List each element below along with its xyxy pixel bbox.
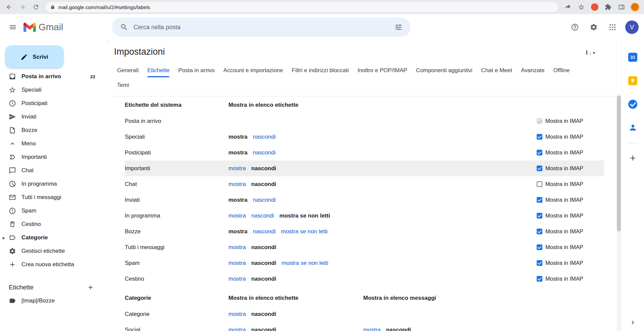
side-panel-icon[interactable] bbox=[616, 1, 627, 13]
visibility-option[interactable]: mostra bbox=[228, 212, 246, 219]
visibility-option[interactable]: nascondi bbox=[251, 260, 276, 267]
account-avatar[interactable]: V bbox=[625, 20, 639, 34]
imap-checkbox[interactable] bbox=[537, 213, 542, 219]
tab-offline[interactable]: Offline bbox=[549, 63, 574, 78]
visibility-option[interactable]: nascondi bbox=[253, 134, 276, 140]
visibility-option[interactable]: nascondi bbox=[251, 311, 276, 318]
tab-chat-e-meet[interactable]: Chat e Meet bbox=[477, 63, 517, 78]
visibility-option[interactable]: mostra bbox=[228, 260, 246, 267]
compose-button[interactable]: Scrivi bbox=[5, 45, 64, 68]
add-addon-icon[interactable]: + bbox=[626, 151, 640, 165]
imap-checkbox[interactable] bbox=[537, 134, 542, 140]
visibility-option[interactable]: nascondi bbox=[251, 276, 276, 282]
visibility-option[interactable]: mostra bbox=[228, 228, 248, 235]
visibility-option[interactable]: nascondi bbox=[253, 149, 276, 156]
tab-inoltro-e-pop-imap[interactable]: Inoltro e POP/IMAP bbox=[353, 63, 412, 78]
visibility-option[interactable]: mostra bbox=[228, 327, 246, 331]
sidebar-item-spam[interactable]: Spam bbox=[0, 204, 101, 218]
sidebar-item-cestino[interactable]: Cestino bbox=[0, 218, 101, 231]
collapse-panel-chevron-icon[interactable]: › bbox=[631, 318, 634, 326]
imap-checkbox[interactable] bbox=[537, 229, 542, 234]
bookmark-star-icon[interactable] bbox=[576, 1, 587, 13]
search-bar[interactable] bbox=[112, 17, 411, 37]
visibility-option[interactable]: mostra se non letti bbox=[282, 260, 328, 267]
tab-componenti-aggiuntivi[interactable]: Componenti aggiuntivi bbox=[412, 63, 477, 78]
imap-checkbox[interactable] bbox=[537, 244, 542, 250]
sidebar-item-speciali[interactable]: Speciali bbox=[0, 83, 101, 97]
visibility-option[interactable]: mostra bbox=[228, 149, 248, 156]
tab-account-e-importazione[interactable]: Account e importazione bbox=[219, 63, 287, 78]
visibility-option[interactable]: nascondi bbox=[251, 181, 276, 188]
calendar-icon[interactable]: 31 bbox=[626, 50, 640, 64]
visibility-option[interactable]: mostra bbox=[228, 197, 248, 203]
tab-posta-in-arrivo[interactable]: Posta in arrivo bbox=[174, 63, 219, 78]
search-icon[interactable] bbox=[116, 19, 132, 35]
visibility-option[interactable]: nascondi bbox=[251, 212, 274, 219]
visibility-option[interactable]: nascondi bbox=[251, 165, 276, 172]
sidebar-item-bozze[interactable]: Bozze bbox=[0, 124, 101, 137]
sidebar-item-categorie[interactable]: ▸ Categorie bbox=[0, 231, 101, 244]
imap-checkbox[interactable] bbox=[537, 260, 542, 266]
visibility-option[interactable]: mostra bbox=[228, 311, 246, 318]
visibility-option[interactable]: nascondi bbox=[253, 197, 276, 203]
input-tools-control[interactable]: I ↓ ▾ bbox=[586, 49, 595, 56]
puzzle-extensions-icon[interactable] bbox=[602, 1, 614, 13]
keep-icon[interactable] bbox=[626, 74, 640, 87]
reload-button[interactable] bbox=[30, 1, 42, 13]
visibility-option[interactable]: mostra bbox=[363, 327, 381, 331]
tasks-icon[interactable] bbox=[626, 97, 640, 111]
sidebar-item-crea-nuova-etichetta[interactable]: Crea nuova etichetta bbox=[0, 258, 101, 271]
forward-button[interactable] bbox=[17, 1, 28, 13]
sidebar-item-inviati[interactable]: Inviati bbox=[0, 110, 101, 124]
imap-checkbox[interactable] bbox=[537, 276, 542, 282]
sidebar-item-meno[interactable]: Meno bbox=[0, 137, 101, 150]
back-button[interactable] bbox=[3, 1, 15, 13]
imap-checkbox[interactable] bbox=[537, 166, 542, 171]
tab-filtri-e-indirizzi-bloccati[interactable]: Filtri e indirizzi bloccati bbox=[287, 63, 353, 78]
main-area: Impostazioni I ↓ ▾ Generali Etichette Po… bbox=[107, 40, 621, 331]
visibility-option[interactable]: nascondi bbox=[251, 244, 276, 251]
contacts-icon[interactable] bbox=[626, 121, 640, 134]
settings-gear-icon[interactable] bbox=[586, 19, 602, 35]
sidebar-item-tutti-i-messaggi[interactable]: Tutti i messaggi bbox=[0, 191, 101, 204]
expand-arrow-icon[interactable]: ▸ bbox=[3, 235, 5, 240]
search-input[interactable] bbox=[133, 24, 389, 31]
share-icon[interactable] bbox=[562, 1, 574, 13]
extension-red-icon[interactable] bbox=[589, 1, 600, 13]
sidebar-item-posta-in-arrivo[interactable]: Posta in arrivo 22 bbox=[0, 70, 101, 83]
main-menu-icon[interactable] bbox=[5, 19, 21, 35]
sidebar-item-chat[interactable]: Chat bbox=[0, 164, 101, 177]
visibility-option[interactable]: mostra bbox=[228, 181, 246, 188]
sidebar-label-imap-bozze[interactable]: [Imap]/Bozze bbox=[0, 294, 101, 308]
imap-checkbox[interactable] bbox=[537, 197, 542, 203]
address-bar[interactable]: mail.google.com/mail/u/2/#settings/label… bbox=[46, 2, 558, 12]
visibility-option[interactable]: mostra bbox=[228, 134, 248, 140]
visibility-option[interactable]: mostra bbox=[228, 244, 246, 251]
scrollbar-thumb[interactable] bbox=[617, 96, 621, 231]
visibility-option[interactable]: nascondi bbox=[251, 327, 276, 331]
tab-etichette[interactable]: Etichette bbox=[143, 63, 174, 78]
tab-generali[interactable]: Generali bbox=[113, 63, 143, 78]
visibility-option[interactable]: mostra se non letti bbox=[279, 212, 330, 219]
browser-profile-avatar[interactable] bbox=[631, 3, 639, 11]
imap-checkbox[interactable] bbox=[537, 181, 542, 187]
imap-checkbox[interactable] bbox=[537, 150, 542, 155]
imap-cell: Mostra in IMAP bbox=[537, 197, 583, 203]
sidebar-item-importanti[interactable]: Importanti bbox=[0, 150, 101, 164]
sidebar-item-gestisci-etichette[interactable]: Gestisci etichette bbox=[0, 244, 101, 258]
search-filters-icon[interactable] bbox=[390, 19, 407, 35]
visibility-option[interactable]: nascondi bbox=[386, 327, 411, 331]
help-icon[interactable] bbox=[567, 19, 583, 35]
create-label-plus-icon[interactable]: + bbox=[85, 282, 96, 293]
visibility-option[interactable]: mostra se non letti bbox=[281, 228, 328, 235]
google-apps-icon[interactable] bbox=[604, 19, 621, 35]
visibility-option[interactable]: mostra bbox=[228, 276, 246, 282]
visibility-option[interactable]: mostra bbox=[228, 165, 246, 172]
imap-checkbox[interactable] bbox=[537, 118, 542, 124]
tab-temi[interactable]: Temi bbox=[113, 78, 133, 93]
sidebar-item-in-programma[interactable]: In programma bbox=[0, 177, 101, 191]
tab-avanzate[interactable]: Avanzate bbox=[517, 63, 549, 78]
visibility-option[interactable]: nascondi bbox=[253, 228, 276, 235]
gmail-logo[interactable]: Gmail bbox=[23, 22, 63, 33]
sidebar-item-posticipati[interactable]: Posticipati bbox=[0, 97, 101, 110]
